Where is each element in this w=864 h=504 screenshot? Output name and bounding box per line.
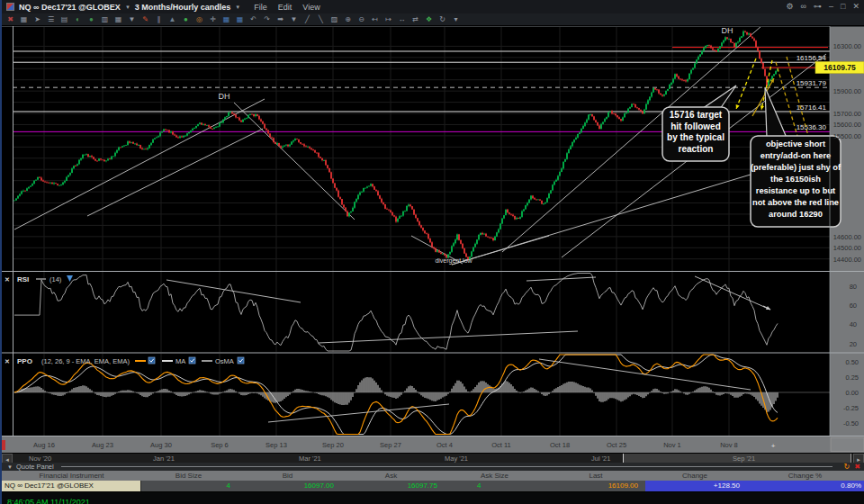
cell-instrument[interactable]: NQ ∞ Dec17'21 @GLOBEX bbox=[2, 481, 141, 491]
date-axis-label: Oct 11 bbox=[491, 441, 511, 449]
nav-left-arrow[interactable]: ◂ bbox=[2, 454, 13, 463]
cell-change: +128.50 bbox=[645, 481, 744, 491]
green-dot-icon[interactable]: ● bbox=[85, 14, 98, 26]
dot-green-2-icon[interactable]: ● bbox=[179, 14, 193, 26]
diamond-green-icon[interactable]: ❖ bbox=[422, 14, 436, 26]
toolbar-icons: ✖▦➤☰▤◐●▥▦▼✎∥▲●◎✛▦▦↶↷➡▼╱╲▨⊕⊖↤↦↔⇄❖↻▾ bbox=[2, 14, 864, 26]
link-icon[interactable]: ∞ bbox=[801, 0, 806, 14]
dropdown-2-icon[interactable]: ▼ bbox=[287, 14, 301, 26]
menu-bar: File Edit View bbox=[254, 3, 320, 12]
col-change-pct[interactable]: Change % bbox=[744, 471, 864, 481]
angle-line-icon[interactable]: ╱ bbox=[301, 14, 314, 26]
dropdown-1-icon[interactable]: ▼ bbox=[125, 14, 139, 26]
symbol-grid-icon[interactable]: ▦ bbox=[17, 14, 31, 26]
annotate-pencil-icon[interactable]: ✎ bbox=[139, 14, 152, 26]
price-axis-label: 15500.00 bbox=[833, 132, 861, 140]
col-last[interactable]: Last bbox=[546, 471, 645, 481]
legend-checkbox[interactable] bbox=[238, 357, 244, 364]
nav-right-arrow[interactable]: ▸ bbox=[853, 454, 864, 463]
pin-icon[interactable]: ⊶ bbox=[814, 0, 822, 14]
cell-ask-size: 4 bbox=[443, 481, 546, 491]
restore-icon[interactable]: □ bbox=[841, 0, 845, 14]
quote-panel-collapse-icon[interactable]: ▼ bbox=[7, 464, 13, 470]
folder-icon[interactable]: ▤ bbox=[58, 14, 71, 26]
svg-text:objective short: objective short bbox=[766, 140, 825, 148]
symbol-dropdown-icon[interactable]: ▼ bbox=[125, 4, 130, 10]
svg-text:MA: MA bbox=[176, 357, 185, 365]
period-title[interactable]: 3 Months/Hourly candles bbox=[135, 3, 231, 12]
qp-refresh-icon[interactable]: ↻ bbox=[844, 463, 850, 471]
chart-canvas[interactable]: 16156.5415931.7915716.4115536.3015716 ta… bbox=[2, 26, 864, 453]
forward-icon[interactable]: ➡ bbox=[274, 14, 287, 26]
legend-checkbox[interactable] bbox=[148, 357, 155, 364]
date-axis-label: Sep 27 bbox=[380, 441, 401, 449]
layout-grid-icon[interactable]: ▦ bbox=[112, 14, 125, 26]
quote-panel-icons: ↻✖ bbox=[840, 463, 860, 471]
date-axis-label: Oct 4 bbox=[436, 441, 453, 449]
layout-rows-icon[interactable]: ▥ bbox=[98, 14, 112, 26]
cell-ask: 16097.75 bbox=[339, 481, 443, 491]
triangle-icon[interactable]: ▲ bbox=[166, 14, 179, 26]
cell-bid-size: 4 bbox=[141, 481, 236, 491]
svg-text:OsMA: OsMA bbox=[215, 357, 234, 365]
quote-table-row[interactable]: NQ ∞ Dec17'21 @GLOBEX 4 16097.00 16097.7… bbox=[2, 481, 864, 491]
svg-text:PPO: PPO bbox=[17, 357, 32, 365]
price-axis-label: 16300.00 bbox=[833, 42, 861, 50]
caret-end-icon[interactable]: ▾ bbox=[449, 14, 463, 26]
col-bid-size[interactable]: Bid Size bbox=[141, 471, 236, 481]
step-right-icon[interactable]: ↦ bbox=[382, 14, 395, 26]
ppo-axis-label: -0.50 bbox=[843, 419, 859, 428]
menu-view[interactable]: View bbox=[302, 3, 320, 12]
quote-table-header: Financial Instrument Bid Size Bid Ask As… bbox=[2, 471, 864, 481]
menu-edit[interactable]: Edit bbox=[278, 3, 292, 12]
chart-annotation: DH bbox=[722, 26, 734, 35]
app-logo-icon bbox=[6, 3, 14, 11]
menu-file[interactable]: File bbox=[254, 3, 267, 12]
svg-text:the 16150ish: the 16150ish bbox=[770, 175, 821, 184]
rsi-close-icon: ✕ bbox=[4, 276, 10, 283]
minimize-icon[interactable]: – bbox=[829, 0, 833, 14]
rsi-axis-label: 60 bbox=[850, 302, 857, 310]
settings-gear-icon[interactable]: ⚙ bbox=[787, 0, 794, 14]
svg-text:(14): (14) bbox=[50, 275, 62, 284]
pan-icon[interactable]: ↔ bbox=[395, 14, 409, 26]
nav-scrollbar[interactable]: ◂ ▸ Nov '20Jan '21Mar '21May '21Jul '21S… bbox=[2, 453, 864, 463]
close-red-icon[interactable]: ✖ bbox=[4, 14, 17, 26]
pointer-icon[interactable]: ➤ bbox=[31, 14, 44, 26]
qp-close-icon[interactable]: ✖ bbox=[854, 463, 860, 471]
undo-icon[interactable]: ↶ bbox=[247, 14, 260, 26]
zoom-in-icon[interactable]: ⊕ bbox=[341, 14, 355, 26]
ppo-axis-label: 0.50 bbox=[845, 358, 859, 366]
hatch-icon[interactable]: ▨ bbox=[328, 14, 341, 26]
col-bid[interactable]: Bid bbox=[236, 471, 339, 481]
box-blue-1-icon[interactable]: ▦ bbox=[220, 14, 233, 26]
zoom-out-icon[interactable]: ⊖ bbox=[355, 14, 368, 26]
step-left-icon[interactable]: ↤ bbox=[368, 14, 382, 26]
date-axis-label: Aug 23 bbox=[92, 441, 113, 449]
scroll-end-marker: + bbox=[771, 442, 776, 450]
volume-bars-icon[interactable]: ∥ bbox=[152, 14, 166, 26]
menu-list-icon[interactable]: ☰ bbox=[44, 14, 58, 26]
crosshair-icon[interactable]: ✛ bbox=[206, 14, 220, 26]
col-change[interactable]: Change bbox=[645, 471, 744, 481]
close-icon[interactable]: ✕ bbox=[852, 0, 860, 14]
status-bar: 8:46:05 AM 11/11/2021 bbox=[2, 491, 864, 504]
trend-line-icon[interactable]: ╲ bbox=[314, 14, 328, 26]
col-ask[interactable]: Ask bbox=[339, 471, 443, 481]
quote-panel-title: Quote Panel bbox=[16, 463, 54, 471]
period-dropdown-icon[interactable]: ▼ bbox=[235, 4, 240, 10]
quote-panel-rule bbox=[61, 466, 832, 467]
legend-checkbox[interactable] bbox=[189, 357, 195, 364]
price-level-label: 16156.54 bbox=[796, 54, 827, 62]
target-icon[interactable]: ◎ bbox=[193, 14, 206, 26]
quote-panel-header: ▼ Quote Panel ↻✖ bbox=[2, 463, 864, 471]
swap-icon[interactable]: ⇄ bbox=[409, 14, 422, 26]
col-ask-size[interactable]: Ask Size bbox=[443, 471, 546, 481]
redo-icon[interactable]: ↷ bbox=[260, 14, 274, 26]
pie-icon[interactable]: ◐ bbox=[71, 14, 85, 26]
nav-label: Mar '21 bbox=[299, 454, 321, 463]
refresh-icon[interactable]: ↻ bbox=[436, 14, 449, 26]
box-blue-2-icon[interactable]: ▦ bbox=[233, 14, 247, 26]
col-financial-instrument[interactable]: Financial Instrument bbox=[2, 471, 141, 481]
symbol-title[interactable]: NQ ∞ Dec17'21 @GLOBEX bbox=[19, 3, 121, 12]
